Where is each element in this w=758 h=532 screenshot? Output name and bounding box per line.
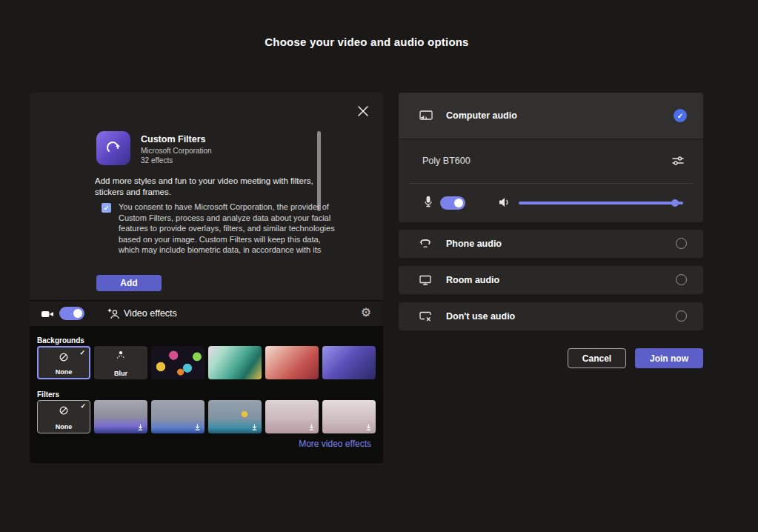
device-settings-icon[interactable] [671, 153, 685, 168]
backgrounds-label: Backgrounds [37, 336, 84, 345]
mic-volume-row [399, 184, 703, 222]
toggle-knob [454, 199, 463, 207]
page-title: Choose your video and audio options [0, 36, 734, 48]
no-audio-radio[interactable] [676, 310, 687, 322]
no-audio-icon [418, 309, 433, 324]
microphone-icon [421, 195, 436, 210]
audio-device-row[interactable]: Poly BT600 [399, 139, 703, 183]
computer-audio-icon [418, 108, 434, 124]
audio-device-name: Poly BT600 [422, 156, 471, 166]
close-icon[interactable] [356, 104, 370, 118]
cancel-button[interactable]: Cancel [568, 348, 626, 368]
download-icon [250, 423, 259, 431]
consent-text: You consent to have Microsoft Corporatio… [119, 202, 336, 256]
download-icon [193, 423, 202, 431]
volume-slider-knob[interactable] [671, 199, 679, 207]
background-thumbnail-purple-room[interactable] [322, 346, 376, 379]
filter-thumbnail-blue-streaks[interactable] [151, 400, 205, 433]
video-effects-icon [105, 306, 120, 321]
gear-icon[interactable]: ⚙ [361, 305, 371, 320]
audio-options-panel: Computer audio ✓ Poly BT600 [399, 93, 703, 463]
phone-audio-radio[interactable] [676, 238, 687, 249]
room-audio-radio[interactable] [676, 274, 687, 285]
download-icon [136, 423, 144, 431]
computer-audio-card: Computer audio ✓ Poly BT600 [399, 93, 703, 222]
none-icon [58, 351, 70, 363]
action-buttons: Cancel Join now [399, 348, 703, 368]
filter-thumbnail-purple-wave[interactable] [94, 400, 147, 433]
camera-toggle[interactable] [59, 307, 84, 320]
effects-thumbnails-area: Backgrounds ✓ None Blur [30, 326, 383, 463]
consent-checkbox[interactable]: ✓ [102, 203, 111, 213]
filter-thumbnail-pink-mist[interactable] [265, 400, 319, 433]
no-audio-label: Don't use audio [446, 311, 515, 322]
checkbox-check-icon: ✓ [104, 205, 110, 212]
video-effects-label: Video effects [124, 308, 177, 319]
app-effects-count: 32 effects [141, 156, 173, 164]
computer-audio-option[interactable]: Computer audio ✓ [399, 93, 703, 139]
video-preview-area: Custom Filters Microsoft Corporation 32 … [30, 93, 383, 300]
camera-icon [40, 307, 55, 322]
mic-toggle[interactable] [440, 196, 465, 210]
dialog-scrollbar[interactable] [317, 131, 321, 211]
selected-check-icon: ✓ [674, 109, 687, 122]
filters-label: Filters [37, 390, 59, 399]
download-icon [307, 423, 316, 431]
add-button[interactable]: Add [96, 275, 162, 291]
filter-thumbnail-pink-mist-trees[interactable] [322, 400, 376, 433]
app-name: Custom Filters [141, 134, 206, 144]
room-audio-icon [418, 273, 433, 287]
pre-join-screen: Choose your video and audio options Cust… [0, 0, 758, 532]
phone-audio-icon [418, 236, 433, 251]
computer-audio-label: Computer audio [446, 110, 517, 121]
phone-audio-label: Phone audio [446, 239, 502, 249]
room-audio-option[interactable]: Room audio [399, 266, 703, 294]
blur-icon [115, 349, 127, 361]
app-description: Add more styles and fun to your video me… [95, 176, 317, 198]
room-audio-label: Room audio [446, 275, 499, 285]
video-effects-bar: Video effects ⚙ [30, 300, 383, 326]
more-video-effects-link[interactable]: More video effects [299, 439, 371, 449]
background-thumbnail-blur[interactable]: Blur [94, 346, 147, 379]
filter-thumbnail-teal-wave[interactable] [208, 400, 262, 433]
join-now-button[interactable]: Join now [635, 348, 703, 368]
selected-check-icon: ✓ [79, 349, 85, 356]
phone-audio-option[interactable]: Phone audio [399, 230, 703, 258]
app-publisher: Microsoft Corporation [141, 147, 212, 155]
background-thumbnail-none[interactable]: ✓ None [37, 346, 90, 379]
none-icon [58, 405, 70, 416]
background-thumbnail-teal-waves[interactable] [208, 346, 262, 379]
selected-check-icon: ✓ [80, 402, 86, 410]
dont-use-audio-option[interactable]: Don't use audio [399, 302, 703, 330]
custom-filters-app-icon [96, 131, 130, 165]
speaker-icon [496, 195, 511, 210]
filter-thumbnail-none[interactable]: ✓ None [37, 400, 90, 433]
video-preview-panel: Custom Filters Microsoft Corporation 32 … [30, 93, 383, 463]
download-icon [365, 423, 373, 431]
volume-slider[interactable] [519, 202, 683, 205]
toggle-knob [73, 309, 82, 318]
background-thumbnail-candy-village[interactable] [265, 346, 319, 379]
background-thumbnail-bokeh-lights[interactable] [151, 346, 205, 379]
